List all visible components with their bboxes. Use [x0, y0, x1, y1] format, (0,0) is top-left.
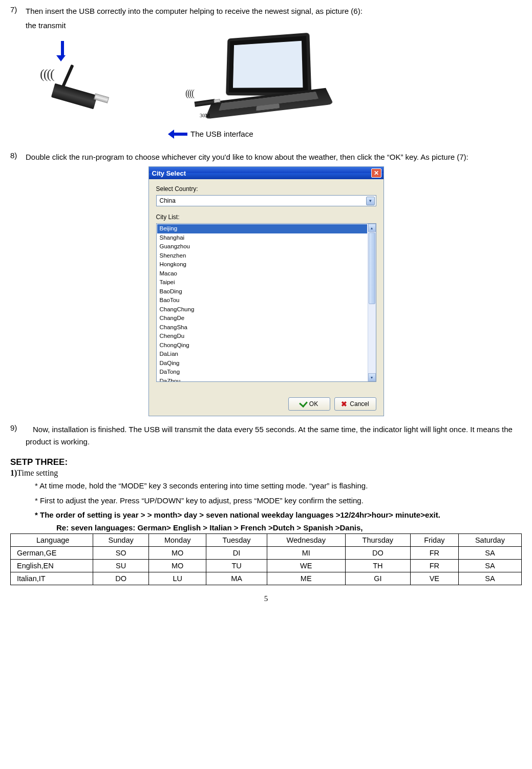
scrollbar-thumb[interactable]: [369, 232, 375, 304]
step-9-number: 9): [10, 423, 26, 448]
x-icon: ✖: [341, 400, 347, 408]
time-setting-p1: * At time mode, hold the “MODE” key 3 se…: [35, 479, 522, 493]
step-7-text: Then insert the USB correctly into the c…: [26, 5, 522, 17]
figure-6: (((( (((( 30M: [35, 35, 522, 127]
check-icon: [299, 399, 308, 408]
usb-transmitter-image: ((((: [35, 45, 112, 117]
arrow-left-icon: [168, 129, 187, 139]
table-cell: English,EN: [11, 559, 93, 572]
city-item[interactable]: DaTong: [157, 368, 367, 377]
time-setting-title: Time setting: [17, 468, 58, 477]
signal-waves-icon: ((((: [40, 67, 54, 82]
table-header-cell: Saturday: [458, 533, 521, 546]
table-header-cell: Thursday: [345, 533, 410, 546]
close-icon[interactable]: ✕: [371, 168, 381, 178]
table-cell: DI: [206, 546, 267, 559]
city-item[interactable]: ChongQing: [157, 341, 367, 350]
city-item[interactable]: Shenzhen: [157, 251, 367, 261]
step-8-text: Double click the run-program to choose w…: [26, 151, 522, 163]
step-9-text: Now, installation is finished. The USB w…: [26, 423, 522, 448]
city-item[interactable]: BaoDing: [157, 287, 367, 296]
table-cell: TU: [206, 559, 267, 572]
city-item[interactable]: ChangChung: [157, 305, 367, 314]
table-cell: SA: [458, 572, 521, 585]
step-three-heading: SETP THREE:: [10, 457, 522, 467]
signal-waves-icon: ((((: [185, 88, 194, 99]
city-item[interactable]: Guangzhou: [157, 242, 367, 251]
city-item[interactable]: ChangSha: [157, 323, 367, 332]
distance-label: 30M: [200, 113, 210, 118]
table-cell: WE: [267, 559, 345, 572]
cancel-button[interactable]: ✖Cancel: [334, 397, 376, 411]
city-item[interactable]: Taipei: [157, 278, 367, 287]
select-country-label: Select Country:: [156, 185, 376, 193]
step-8-number: 8): [10, 151, 26, 163]
table-cell: ME: [267, 572, 345, 585]
table-cell: SO: [93, 546, 149, 559]
table-cell: LU: [148, 572, 206, 585]
arrow-down-icon: [59, 41, 66, 61]
table-header-cell: Sunday: [93, 533, 149, 546]
step-7-number: 7): [10, 5, 26, 17]
chevron-down-icon[interactable]: ▾: [366, 197, 375, 205]
ok-label: OK: [309, 400, 318, 408]
table-cell: SA: [458, 546, 521, 559]
step-7-subtext: the transmit: [26, 19, 522, 32]
table-cell: VE: [410, 572, 458, 585]
table-cell: TH: [345, 559, 410, 572]
city-item[interactable]: DaQing: [157, 359, 367, 368]
table-cell: MO: [148, 559, 206, 572]
city-item[interactable]: BaoTou: [157, 296, 367, 305]
scroll-down-icon[interactable]: ▾: [368, 373, 376, 381]
scrollbar[interactable]: ▴ ▾: [368, 224, 376, 381]
table-cell: GI: [345, 572, 410, 585]
city-item[interactable]: Hongkong: [157, 260, 367, 269]
table-cell: DO: [345, 546, 410, 559]
table-cell: MO: [148, 546, 206, 559]
city-item[interactable]: DaZhou: [157, 377, 367, 382]
dialog-titlebar[interactable]: City Select ✕: [149, 167, 384, 179]
scroll-up-icon[interactable]: ▴: [368, 224, 376, 232]
table-cell: SA: [458, 559, 521, 572]
table-row: German,GESOMODIMIDOFRSA: [11, 546, 522, 559]
table-header-cell: Tuesday: [206, 533, 267, 546]
city-select-dialog: City Select ✕ Select Country: China ▾ Ci…: [148, 166, 384, 416]
usb-interface-label: The USB interface: [190, 130, 253, 138]
laptop-image: (((( 30M: [204, 35, 337, 127]
table-cell: MA: [206, 572, 267, 585]
table-cell: DO: [93, 572, 149, 585]
table-header-cell: Language: [11, 533, 93, 546]
city-item[interactable]: Shanghai: [157, 233, 367, 243]
table-cell: MI: [267, 546, 345, 559]
table-cell: Italian,IT: [11, 572, 93, 585]
city-item[interactable]: Macao: [157, 269, 367, 279]
cancel-label: Cancel: [350, 400, 369, 408]
city-list-label: City List:: [156, 213, 376, 221]
city-item[interactable]: ChengDu: [157, 332, 367, 341]
time-setting-p3: * The order of setting is year > > month…: [35, 508, 522, 522]
dialog-title: City Select: [152, 169, 186, 177]
country-select[interactable]: China ▾: [156, 195, 376, 206]
time-setting-p4: Re: seven languages: German> English > I…: [56, 523, 522, 532]
table-cell: SU: [93, 559, 149, 572]
time-setting-p2: * First to adjust the year. Press “UP/DO…: [35, 494, 522, 507]
ok-button[interactable]: OK: [288, 397, 330, 411]
table-header-cell: Monday: [148, 533, 206, 546]
page-number: 5: [10, 594, 522, 603]
language-table: LanguageSundayMondayTuesdayWednesdayThur…: [10, 533, 522, 585]
city-item[interactable]: Beijing: [157, 224, 367, 233]
table-cell: German,GE: [11, 546, 93, 559]
city-item[interactable]: ChangDe: [157, 314, 367, 323]
table-cell: FR: [410, 546, 458, 559]
table-cell: FR: [410, 559, 458, 572]
table-row: English,ENSUMOTUWETHFRSA: [11, 559, 522, 572]
table-header-cell: Wednesday: [267, 533, 345, 546]
country-value: China: [160, 197, 176, 204]
city-listbox[interactable]: BeijingShanghaiGuangzhouShenzhenHongkong…: [156, 223, 376, 382]
city-item[interactable]: DaLian: [157, 350, 367, 359]
table-header-cell: Friday: [410, 533, 458, 546]
table-row: Italian,ITDOLUMAMEGIVESA: [11, 572, 522, 585]
subsection-number: 1): [10, 468, 17, 477]
